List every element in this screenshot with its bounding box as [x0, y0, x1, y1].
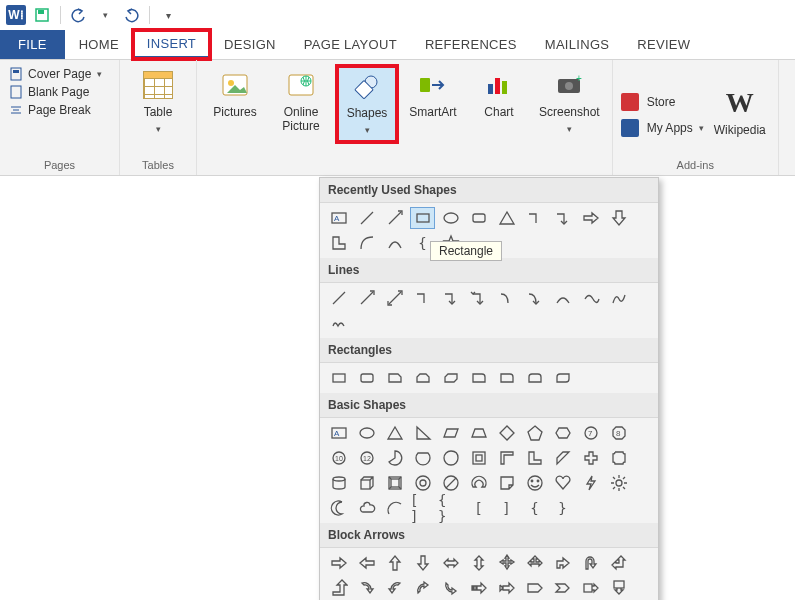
shape-can[interactable] [326, 472, 351, 494]
shape-arrow-left-right-up[interactable] [522, 552, 547, 574]
shape-lightning[interactable] [578, 472, 603, 494]
shape-arrow-bent[interactable] [550, 552, 575, 574]
shape-line-double-arrow[interactable] [382, 287, 407, 309]
shape-snip-diag[interactable] [438, 367, 463, 389]
shape-cube[interactable] [354, 472, 379, 494]
shape-rounded-rect[interactable] [354, 367, 379, 389]
undo-more-icon[interactable]: ▾ [95, 5, 115, 25]
shape-donut[interactable] [410, 472, 435, 494]
shape-elbow-connector[interactable] [522, 207, 547, 229]
shape-hexagon[interactable] [550, 422, 575, 444]
shape-arc[interactable] [382, 497, 407, 519]
tab-file[interactable]: FILE [0, 30, 65, 59]
my-apps-button[interactable]: My Apps ▾ [621, 119, 704, 137]
shape-plaque[interactable] [606, 447, 631, 469]
tab-design[interactable]: DESIGN [210, 30, 290, 59]
shape-arrow-uturn[interactable] [578, 552, 603, 574]
shape-scribble[interactable] [326, 312, 351, 334]
shape-snip-single[interactable] [382, 367, 407, 389]
pictures-button[interactable]: Pictures [205, 66, 265, 122]
shape-elbow-double-arrow[interactable] [466, 287, 491, 309]
shape-arrow-left[interactable] [354, 552, 379, 574]
shape-arrow-curved-right[interactable] [354, 577, 379, 599]
shape-moon[interactable] [326, 497, 351, 519]
shape-double-brace[interactable]: { } [438, 497, 463, 519]
tab-home[interactable]: HOME [65, 30, 133, 59]
shape-curved-connector[interactable] [494, 287, 519, 309]
tab-page-layout[interactable]: PAGE LAYOUT [290, 30, 411, 59]
shape-snip-same[interactable] [410, 367, 435, 389]
shape-rectangle[interactable] [326, 367, 351, 389]
shape-line[interactable] [354, 207, 379, 229]
page-break-button[interactable]: Page Break [8, 102, 102, 118]
shape-arrow-down[interactable] [410, 552, 435, 574]
shape-arrow-bent-up[interactable] [326, 577, 351, 599]
cover-page-button[interactable]: Cover Page▾ [8, 66, 102, 82]
shape-arrow-chevron[interactable] [550, 577, 575, 599]
shape-half-frame[interactable] [494, 447, 519, 469]
shape-arrow-callout-down[interactable] [606, 577, 631, 599]
online-pictures-button[interactable]: Online Picture [271, 66, 331, 136]
blank-page-button[interactable]: Blank Page [8, 84, 102, 100]
chart-button[interactable]: Chart [469, 66, 529, 122]
shape-folded-corner[interactable] [494, 472, 519, 494]
shape-parallelogram[interactable] [438, 422, 463, 444]
shape-oval[interactable] [438, 207, 463, 229]
screenshot-button[interactable]: + Screenshot ▾ [535, 66, 604, 136]
shape-double-bracket[interactable]: [ ] [410, 497, 435, 519]
shape-dodecagon[interactable]: 12 [354, 447, 379, 469]
shape-arrow-pentagon[interactable] [522, 577, 547, 599]
shape-text-box[interactable]: A [326, 422, 351, 444]
save-icon[interactable] [32, 5, 52, 25]
smartart-button[interactable]: SmartArt [403, 66, 463, 122]
shape-right-bracket[interactable]: ] [494, 497, 519, 519]
shape-curved-arrow[interactable] [522, 287, 547, 309]
shape-snip-round[interactable] [466, 367, 491, 389]
shapes-button[interactable]: Shapes ▾ [337, 66, 397, 142]
wikipedia-button[interactable]: W Wikipedia [710, 84, 770, 140]
shape-round-same[interactable] [522, 367, 547, 389]
shape-arrow-right[interactable] [326, 552, 351, 574]
shape-heptagon[interactable]: 7 [578, 422, 603, 444]
shape-arrow-curved-down[interactable] [438, 577, 463, 599]
shape-arrow-callout-right[interactable] [578, 577, 603, 599]
shape-arrow-left-up[interactable] [606, 552, 631, 574]
tab-review[interactable]: REVIEW [623, 30, 704, 59]
shape-arrow-notched[interactable] [494, 577, 519, 599]
store-button[interactable]: Store [621, 93, 704, 111]
shape-arrow-curved-left[interactable] [382, 577, 407, 599]
shape-diamond[interactable] [494, 422, 519, 444]
shape-line-arrow[interactable] [382, 207, 407, 229]
undo-icon[interactable] [69, 5, 89, 25]
shape-diag-stripe[interactable] [550, 447, 575, 469]
qat-customize-icon[interactable]: ▾ [158, 5, 178, 25]
shape-arrow-up-down[interactable] [466, 552, 491, 574]
shape-pie[interactable] [382, 447, 407, 469]
word-app-icon[interactable]: W⁞ [6, 5, 26, 25]
shape-l-shape[interactable] [522, 447, 547, 469]
shape-text-box[interactable]: A [326, 207, 351, 229]
shape-arrow-right[interactable] [578, 207, 603, 229]
shape-block-arc[interactable] [466, 472, 491, 494]
redo-icon[interactable] [121, 5, 141, 25]
shape-line[interactable] [326, 287, 351, 309]
shape-arrow-up[interactable] [382, 552, 407, 574]
shape-oval[interactable] [354, 422, 379, 444]
shape-heart[interactable] [550, 472, 575, 494]
shape-left-brace[interactable]: { [522, 497, 547, 519]
shape-round-diag[interactable] [550, 367, 575, 389]
shape-arrow-left-right[interactable] [438, 552, 463, 574]
shape-freeform[interactable] [606, 287, 631, 309]
shape-line-arrow[interactable] [354, 287, 379, 309]
shape-triangle[interactable] [382, 422, 407, 444]
shape-cloud[interactable] [354, 497, 379, 519]
shape-arrow-quad[interactable] [494, 552, 519, 574]
shape-frame[interactable] [466, 447, 491, 469]
shape-pentagon[interactable] [522, 422, 547, 444]
shape-l-shape[interactable] [326, 232, 351, 254]
shape-right-triangle[interactable] [410, 422, 435, 444]
shape-curve[interactable] [382, 232, 407, 254]
shape-no-symbol[interactable] [438, 472, 463, 494]
shape-plus[interactable] [578, 447, 603, 469]
shape-arrow-down[interactable] [606, 207, 631, 229]
